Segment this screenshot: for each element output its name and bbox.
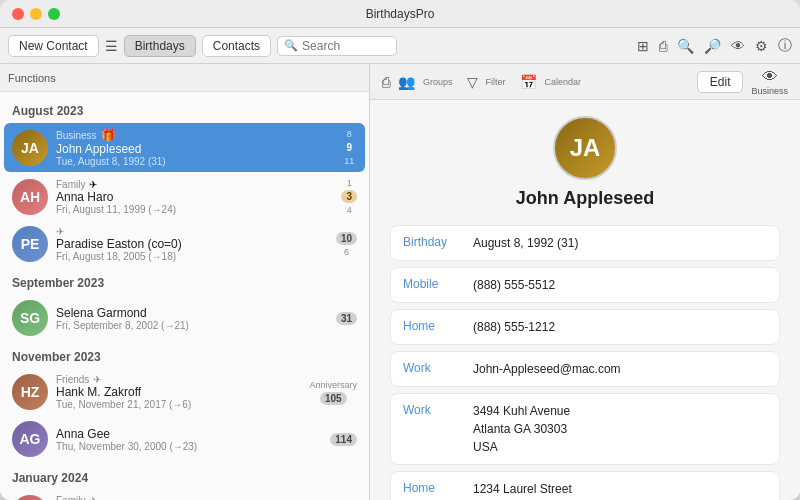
badge-area-hank-nov: Anniversary 105 xyxy=(309,380,357,405)
work-address-value: 3494 Kuhl Avenue Atlanta GA 30303 USA xyxy=(473,402,767,456)
contact-date-anna-gee: Thu, November 30, 2000 (→23) xyxy=(56,441,330,452)
new-contact-button[interactable]: New Contact xyxy=(8,35,99,57)
contact-detail[interactable]: JA John Appleseed Birthday August 8, 199… xyxy=(370,100,800,500)
contact-meta-paradise: ✈ xyxy=(56,226,336,237)
search-input[interactable] xyxy=(302,39,392,53)
contact-meta-hank-nov: Friends ✈ xyxy=(56,374,309,385)
home-phone-label: Home xyxy=(403,318,473,333)
contact-name-anna-gee: Anna Gee xyxy=(56,427,330,441)
functions-button[interactable]: Functions xyxy=(8,72,56,84)
traffic-lights xyxy=(12,8,60,20)
contact-info-anna-aug: Family ✈ Anna Haro Fri, August 11, 1999 … xyxy=(56,179,341,215)
calendar-icon[interactable]: 📅 xyxy=(520,74,537,90)
contact-name-selena: Selena Garmond xyxy=(56,306,336,320)
avatar-anna-haro-jan: AH xyxy=(12,495,48,500)
zoom-icon[interactable]: 🔍 xyxy=(677,38,694,54)
home-address-value: 1234 Laurel Street Atlanta GA 30303 USA xyxy=(473,480,767,500)
contact-list[interactable]: August 2023 JA Business 🎁 John Appleseed… xyxy=(0,92,369,500)
mobile-value: (888) 555-5512 xyxy=(473,276,767,294)
filter-toolbar-icon[interactable]: ▽ xyxy=(467,74,478,90)
detail-header: JA John Appleseed xyxy=(390,116,780,209)
main-content: Functions August 2023 JA Business 🎁 John… xyxy=(0,64,800,500)
contact-meta-anna-jan: Family ✈ xyxy=(56,495,309,500)
contact-info-hank-nov: Friends ✈ Hank M. Zakroff Tue, November … xyxy=(56,374,309,410)
search-contact-icon[interactable]: 🔎 xyxy=(704,38,721,54)
app-window: BirthdaysPro New Contact ☰ Birthdays Con… xyxy=(0,0,800,500)
contact-type-anna-aug: Family xyxy=(56,179,85,190)
badge-selena: 31 xyxy=(336,312,357,325)
eye-icon[interactable]: 👁 xyxy=(731,38,745,54)
hamburger-icon[interactable]: ☰ xyxy=(105,38,118,54)
contact-item-anna-gee[interactable]: AG Anna Gee Thu, November 30, 2000 (→23)… xyxy=(4,416,365,462)
contact-name-hank-nov: Hank M. Zakroff xyxy=(56,385,309,399)
business-label-text: Business xyxy=(751,86,788,96)
avatar-john-appleseed: JA xyxy=(12,130,48,166)
filter-label: Filter xyxy=(486,77,506,87)
badge-anna-gee: 114 xyxy=(330,433,357,446)
contact-date-john: Tue, August 8, 1992 (31) xyxy=(56,156,341,167)
share-icon[interactable]: ⎙ xyxy=(659,38,667,54)
print-icon[interactable]: ⎙ xyxy=(382,74,390,90)
avatar-anna-haro-aug: AH xyxy=(12,179,48,215)
badge-paradise: 10 xyxy=(336,232,357,245)
eye-icon-right: 👁 xyxy=(762,68,778,86)
contact-date-anna-aug: Fri, August 11, 1999 (→24) xyxy=(56,204,341,215)
badge-area-anna: 1 3 4 xyxy=(341,178,357,215)
right-panel: ⎙ 👥 Groups ▽ Filter 📅 Calendar Edit 👁 Bu… xyxy=(370,64,800,500)
section-header-sep-2023: September 2023 xyxy=(0,268,369,294)
contact-name-john: John Appleseed xyxy=(56,142,341,156)
badge-area-selena: 31 xyxy=(336,312,357,325)
contact-item-anna-haro-aug[interactable]: AH Family ✈ Anna Haro Fri, August 11, 19… xyxy=(4,173,365,220)
contact-name-paradise: Paradise Easton (co=0) xyxy=(56,237,336,251)
calendar-label: Calendar xyxy=(545,77,582,87)
birthday-label: Birthday xyxy=(403,234,473,249)
contact-type-john: Business xyxy=(56,130,97,141)
contact-info-paradise: ✈ Paradise Easton (co=0) Fri, August 18,… xyxy=(56,226,336,262)
plane-icon-hank: ✈ xyxy=(93,374,101,385)
badge-john: 9 xyxy=(341,141,357,154)
detail-row-home-address: Home 1234 Laurel Street Atlanta GA 30303… xyxy=(390,471,780,500)
contact-info-selena: Selena Garmond Fri, September 8, 2002 (→… xyxy=(56,306,336,331)
contact-item-anna-haro-jan[interactable]: AH Family ✈ Anna Haro Wed, January 3, 20… xyxy=(4,490,365,500)
section-header-august-2023: August 2023 xyxy=(0,96,369,122)
anniversary-icon-anna-jan: ✈ xyxy=(89,495,97,500)
right-toolbar-right: Edit 👁 Business xyxy=(697,68,788,96)
close-button[interactable] xyxy=(12,8,24,20)
section-header-nov-2023: November 2023 xyxy=(0,342,369,368)
contact-info-john-appleseed: Business 🎁 John Appleseed Tue, August 8,… xyxy=(56,128,341,167)
birthdays-tab[interactable]: Birthdays xyxy=(124,35,196,57)
minimize-button[interactable] xyxy=(30,8,42,20)
filter-icon[interactable]: ⊞ xyxy=(637,38,649,54)
business-view-button[interactable]: 👁 Business xyxy=(751,68,788,96)
contact-item-hank-nov[interactable]: HZ Friends ✈ Hank M. Zakroff Tue, Novemb… xyxy=(4,369,365,415)
avatar-paradise-easton: PE xyxy=(12,226,48,262)
info-icon[interactable]: ⓘ xyxy=(778,37,792,55)
contact-item-paradise-easton[interactable]: PE ✈ Paradise Easton (co=0) Fri, August … xyxy=(4,221,365,267)
contact-type-hank-nov: Friends xyxy=(56,374,89,385)
work-email-label: Work xyxy=(403,360,473,375)
contact-date-selena: Fri, September 8, 2002 (→21) xyxy=(56,320,336,331)
contacts-tab[interactable]: Contacts xyxy=(202,35,271,57)
toolbar-left: New Contact ☰ Birthdays Contacts 🔍 xyxy=(8,35,633,57)
badge-hank-nov: 105 xyxy=(320,392,347,405)
right-toolbar: ⎙ 👥 Groups ▽ Filter 📅 Calendar Edit 👁 Bu… xyxy=(370,64,800,100)
right-toolbar-left: ⎙ 👥 Groups ▽ Filter 📅 Calendar xyxy=(382,74,581,90)
detail-row-mobile: Mobile (888) 555-5512 xyxy=(390,267,780,303)
contact-date-paradise: Fri, August 18, 2005 (→18) xyxy=(56,251,336,262)
plane-icon-anna: ✈ xyxy=(89,179,97,190)
contact-meta-anna-aug: Family ✈ xyxy=(56,179,341,190)
detail-row-work-email: Work John-Appleseed@mac.com xyxy=(390,351,780,387)
detail-fields: Birthday August 8, 1992 (31) Mobile (888… xyxy=(390,225,780,500)
maximize-button[interactable] xyxy=(48,8,60,20)
contact-item-john-appleseed[interactable]: JA Business 🎁 John Appleseed Tue, August… xyxy=(4,123,365,172)
left-panel: Functions August 2023 JA Business 🎁 John… xyxy=(0,64,370,500)
contact-item-selena-garmond[interactable]: SG Selena Garmond Fri, September 8, 2002… xyxy=(4,295,365,341)
edit-button[interactable]: Edit xyxy=(697,71,744,93)
left-panel-toolbar: Functions xyxy=(0,64,369,92)
groups-icon[interactable]: 👥 xyxy=(398,74,415,90)
detail-row-birthday: Birthday August 8, 1992 (31) xyxy=(390,225,780,261)
work-email-value: John-Appleseed@mac.com xyxy=(473,360,767,378)
gear-icon[interactable]: ⚙ xyxy=(755,38,768,54)
badge-anna: 3 xyxy=(341,190,357,203)
contact-name-anna-aug: Anna Haro xyxy=(56,190,341,204)
